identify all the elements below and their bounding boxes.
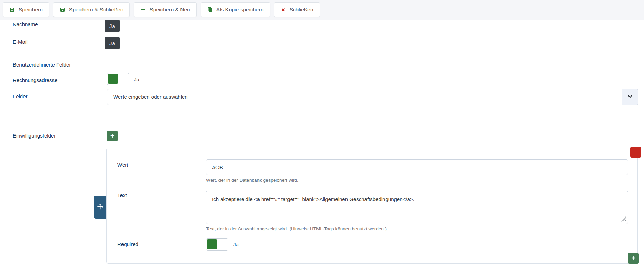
email-label: E-Mail (13, 39, 28, 45)
move-icon (97, 204, 103, 211)
rechnungsadresse-state: Ja (134, 77, 139, 82)
save-new-button-label: Speichern & Neu (149, 7, 190, 13)
add-row-button-top[interactable]: + (107, 131, 118, 141)
nachname-label: Nachname (13, 21, 38, 27)
toolbar: Speichern Speichern & Schließen Speicher… (0, 0, 644, 20)
save-copy-button[interactable]: Als Kopie speichern (201, 2, 270, 17)
wert-input[interactable] (206, 159, 628, 175)
close-button-label: Schließen (290, 7, 313, 13)
save-icon (9, 7, 15, 12)
toggle-knob (108, 74, 118, 84)
save-copy-button-label: Als Kopie speichern (216, 7, 264, 13)
save-icon (60, 7, 65, 12)
remove-row-button[interactable]: − (630, 147, 641, 158)
close-icon (281, 7, 286, 12)
text-textarea[interactable]: Ich akzeptiere die <a href="#" target="_… (206, 191, 628, 224)
custom-fields-section-label: Benutzerdefinierte Felder (13, 62, 71, 68)
felder-combobox-addon[interactable] (622, 89, 638, 105)
copy-icon (207, 7, 213, 12)
page: Speichern Speichern & Schließen Speicher… (0, 0, 644, 273)
email-value-badge[interactable]: Ja (105, 37, 120, 49)
add-row-button-bottom[interactable]: + (628, 253, 639, 264)
wert-label: Wert (117, 162, 128, 168)
felder-label: Felder (13, 93, 28, 99)
content-left-border (3, 20, 3, 273)
required-label: Required (117, 241, 138, 247)
toggle-knob (207, 239, 217, 249)
plus-icon (140, 7, 146, 12)
nachname-value-badge[interactable]: Ja (105, 20, 120, 32)
wert-help-text: Wert, der in der Datenbank gespeichert w… (206, 178, 299, 183)
save-button-label: Speichern (19, 7, 43, 13)
required-state: Ja (233, 242, 239, 247)
textarea-resize-handle[interactable] (619, 215, 626, 223)
text-label: Text (117, 192, 127, 198)
rechnungsadresse-label: Rechnungsadresse (13, 77, 57, 83)
drag-handle[interactable] (94, 196, 106, 219)
felder-combobox-value: Werte eingeben oder auswählen (113, 94, 188, 100)
felder-combobox[interactable]: Werte eingeben oder auswählen (107, 89, 638, 105)
toolbar-button-group: Speichern Speichern & Schließen Speicher… (3, 2, 320, 17)
rechnungsadresse-toggle[interactable] (107, 73, 129, 85)
save-close-button[interactable]: Speichern & Schließen (53, 2, 130, 17)
save-button[interactable]: Speichern (3, 2, 49, 17)
save-new-button[interactable]: Speichern & Neu (134, 2, 196, 17)
einwilligungsfelder-label: Einwilligungsfelder (13, 133, 56, 139)
required-toggle[interactable] (206, 238, 228, 251)
close-button[interactable]: Schließen (274, 2, 320, 17)
chevron-down-icon (627, 93, 633, 101)
text-help-text: Text, der in der Auswahl angezeigt wird.… (206, 226, 387, 231)
save-close-button-label: Speichern & Schließen (69, 7, 124, 13)
